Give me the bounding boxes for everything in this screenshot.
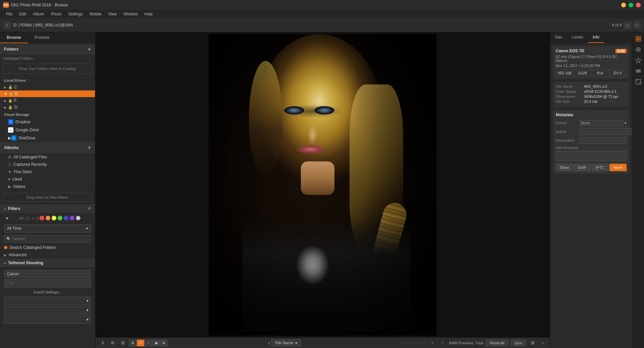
color-red[interactable]	[40, 216, 44, 220]
drive-f[interactable]: ▶ 🔒 F:	[0, 97, 95, 104]
tab-nav[interactable]: Nav	[550, 32, 567, 43]
maximize-button[interactable]	[629, 3, 633, 7]
exif-meta-btn[interactable]: EXIF	[574, 164, 591, 171]
preset-dropdown[interactable]: None ▾	[579, 120, 627, 126]
menu-edit[interactable]: Edit	[16, 11, 30, 17]
album-five-stars[interactable]: ★ Five Stars	[0, 168, 95, 176]
search-cataloged-row[interactable]: Search Cataloged Folders	[0, 244, 95, 251]
camera-input[interactable]	[4, 270, 91, 278]
star-filter-row[interactable]: ≥ ☆ ☆ ☆ ☆ ☆	[29, 215, 35, 221]
menu-mobile[interactable]: Mobile	[86, 11, 105, 17]
view-grid-large-btn[interactable]: □	[145, 340, 152, 346]
star-rating[interactable]: ☆ ☆ ☆ ☆ ☆	[402, 340, 426, 346]
add-keyword-btn[interactable]: Add Keyword	[556, 146, 627, 150]
sort-dropdown[interactable]: File Name ▾	[271, 339, 301, 347]
description-input[interactable]	[579, 137, 627, 144]
file-name-row: File Name IMG_8091.cr2	[556, 84, 627, 88]
none-meta-btn[interactable]: None	[609, 164, 627, 171]
heart-btn[interactable]: ♥	[429, 340, 436, 346]
folders-section-header[interactable]: Folders +	[0, 44, 95, 55]
menu-view[interactable]: View	[105, 11, 120, 17]
albums-section-header[interactable]: Albums +	[0, 142, 95, 153]
albums-add-button[interactable]: +	[88, 145, 91, 151]
view-grid-small-btn[interactable]: ⊞	[129, 340, 137, 346]
menu-settings[interactable]: Settings	[65, 11, 86, 17]
settings-icon-btn[interactable]: ⚙	[109, 340, 116, 346]
flag-icon-btn[interactable]: ⊞	[119, 340, 126, 346]
browse-icon-btn[interactable]	[634, 34, 643, 44]
album-captured-recently[interactable]: ◷ Captured Recently	[0, 161, 95, 168]
tab-info[interactable]: Info	[588, 32, 604, 43]
minimize-button[interactable]	[621, 3, 626, 7]
menu-window[interactable]: Window	[120, 11, 141, 17]
chevron-down-icon: ▾	[87, 308, 89, 312]
effects-icon-btn[interactable]	[634, 56, 643, 65]
album-drag-zone[interactable]: Drag Here for New Album	[3, 193, 92, 202]
drop-zone[interactable]: Drop Your Folders Here to Catalog	[3, 64, 92, 74]
close-button[interactable]	[636, 3, 641, 7]
nav-prev-button[interactable]: ‹	[3, 21, 11, 29]
tab-browse[interactable]: Browse	[0, 32, 28, 43]
menu-photo[interactable]: Photo	[48, 11, 65, 17]
bottom-bar: ℹ ⚙ ⊞ ⊞ ⊟ □ ▣ ⊠ ‹ File Name ▾	[96, 337, 550, 348]
onedrive-item[interactable]: ▶ O OneDrive	[0, 134, 95, 142]
sync-button[interactable]: Sync	[511, 340, 526, 346]
nav-prev-bottom[interactable]: ‹	[268, 340, 270, 346]
dropbox-item[interactable]: D Dropbox	[0, 118, 95, 126]
color-yellow[interactable]	[52, 216, 56, 220]
tether-select-1[interactable]: ▾	[4, 297, 91, 305]
time-filter-dropdown[interactable]: All Time ▾	[4, 224, 91, 232]
right-panel: Nav Levels Info Canon EOS 7D RAW 62 mm (…	[550, 32, 632, 348]
tethered-section-header[interactable]: ● Tethered Shooting	[0, 259, 95, 267]
color-green[interactable]	[58, 216, 62, 220]
folders-add-button[interactable]: +	[88, 46, 91, 52]
menu-album[interactable]: Album	[30, 11, 48, 17]
drive-c[interactable]: ▶ 🔒 C:	[0, 84, 95, 90]
album-liked[interactable]: ♥ Liked	[0, 176, 95, 183]
iptc-meta-btn[interactable]: IPTC	[592, 164, 609, 171]
develop-icon-btn[interactable]	[634, 45, 643, 54]
heart-filter-btn[interactable]: ♥	[4, 215, 10, 221]
color-white[interactable]	[76, 216, 80, 220]
color-blue[interactable]	[64, 216, 68, 220]
lock-icon: 🔒	[8, 98, 13, 103]
album-all-cataloged[interactable]: ⊞ All Cataloged Files	[0, 153, 95, 161]
import-settings-link[interactable]: Import Settings...	[4, 289, 91, 295]
reset-all-button[interactable]: Reset All	[486, 340, 508, 346]
nav-prev-photo-button[interactable]: ‹	[624, 21, 631, 29]
expand-icon-btn[interactable]: ↔	[539, 340, 546, 346]
tab-levels[interactable]: Levels	[567, 32, 588, 43]
filters-section-header[interactable]: ● Filters ↺	[0, 204, 95, 213]
color-purple[interactable]	[70, 216, 74, 220]
album-videos[interactable]: ▶ Videos	[0, 183, 95, 190]
layers-icon-btn[interactable]	[634, 66, 643, 76]
view-compare-btn[interactable]: ⊠	[160, 340, 167, 346]
google-drive-item[interactable]: G Google Drive	[0, 126, 95, 134]
heart-outline-filter-btn[interactable]: ♡	[11, 215, 17, 221]
author-input[interactable]	[579, 128, 632, 135]
keywords-area[interactable]	[556, 151, 627, 161]
menu-help[interactable]: Help	[141, 11, 156, 17]
search-input[interactable]	[12, 236, 89, 241]
file-name-value: IMG_8091.cr2	[584, 84, 607, 88]
view-grid-medium-btn[interactable]: ⊟	[137, 340, 144, 346]
breadcrumb: D: | RAWs | IMG_8091.cr2@18%	[13, 23, 73, 27]
color-orange[interactable]	[46, 216, 50, 220]
tab-presets[interactable]: Presets	[28, 32, 56, 43]
show-meta-btn[interactable]: Show	[556, 164, 573, 171]
local-drives-label: Local Drives	[0, 76, 95, 84]
advanced-row[interactable]: ▶ Advanced	[0, 251, 95, 259]
drive-g[interactable]: ▶ 🔒 G:	[0, 104, 95, 111]
menu-file[interactable]: File	[3, 11, 16, 17]
resize-icon-btn[interactable]	[634, 77, 643, 86]
file-input[interactable]	[4, 279, 91, 287]
view-single-btn[interactable]: ▣	[152, 340, 160, 346]
info-icon-btn[interactable]: ℹ	[99, 340, 106, 346]
reject-btn[interactable]: ✕	[439, 340, 446, 346]
tether-select-2[interactable]: ▾	[4, 306, 91, 314]
nav-next-photo-button[interactable]: ›	[633, 21, 641, 29]
drive-d[interactable]: ▼ 🔒 D:	[0, 90, 95, 97]
layout-icon-btn[interactable]: ⊞	[529, 340, 536, 346]
tether-select-3[interactable]: ▾	[4, 316, 91, 324]
tethered-content: Import Settings... ▾ ▾ ▾	[0, 267, 95, 328]
